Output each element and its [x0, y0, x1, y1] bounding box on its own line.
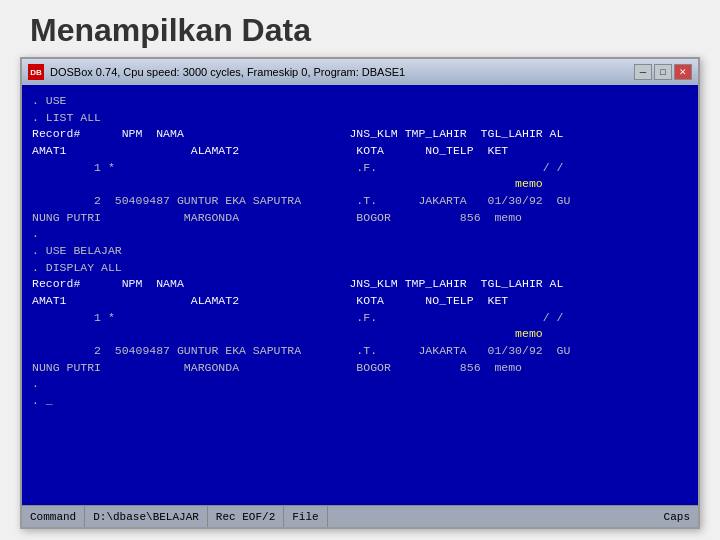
status-caps: Caps: [656, 506, 698, 527]
dos-line-2: . LIST ALL: [32, 111, 101, 124]
minimize-button[interactable]: ─: [634, 64, 652, 80]
dos-line-1: . USE: [32, 94, 67, 107]
title-bar-text: DOSBox 0.74, Cpu speed: 3000 cycles, Fra…: [50, 66, 405, 78]
dos-line-10: . USE BELAJAR: [32, 244, 122, 257]
status-command: Command: [22, 506, 85, 527]
dos-line-17: NUNG PUTRI MARGONDA BOGOR 856 memo: [32, 361, 522, 374]
dos-line-13: AMAT1 ALAMAT2 KOTA NO_TELP KET: [32, 294, 508, 307]
dos-line-4: AMAT1 ALAMAT2 KOTA NO_TELP KET: [32, 144, 508, 157]
window-wrapper: DB DOSBox 0.74, Cpu speed: 3000 cycles, …: [20, 57, 700, 529]
dos-line-8: NUNG PUTRI MARGONDA BOGOR 856 memo: [32, 211, 522, 224]
dos-line-7: 2 50409487 GUNTUR EKA SAPUTRA .T. JAKART…: [32, 194, 570, 207]
title-bar: DB DOSBox 0.74, Cpu speed: 3000 cycles, …: [22, 59, 698, 85]
dos-line-16: 2 50409487 GUNTUR EKA SAPUTRA .T. JAKART…: [32, 344, 570, 357]
dos-line-5: 1 * .F. / /: [32, 161, 563, 174]
dos-line-9: .: [32, 227, 39, 240]
dos-screen: . USE . LIST ALL Record# NPM NAMA JNS_KL…: [22, 85, 698, 505]
dos-line-19: . _: [32, 394, 53, 407]
close-button[interactable]: ✕: [674, 64, 692, 80]
dos-line-6: memo: [32, 177, 543, 190]
page-title: Menampilkan Data: [0, 0, 720, 57]
maximize-button[interactable]: □: [654, 64, 672, 80]
dos-line-3: Record# NPM NAMA JNS_KLM TMP_LAHIR TGL_L…: [32, 127, 563, 140]
status-file: File: [284, 506, 327, 527]
dosbox-icon: DB: [28, 64, 44, 80]
status-path: D:\dbase\BELAJAR: [85, 506, 208, 527]
status-rec: Rec EOF/2: [208, 506, 284, 527]
dos-line-12: Record# NPM NAMA JNS_KLM TMP_LAHIR TGL_L…: [32, 277, 563, 290]
dos-line-14: 1 * .F. / /: [32, 311, 563, 324]
status-bar: Command D:\dbase\BELAJAR Rec EOF/2 File …: [22, 505, 698, 527]
dos-line-18: .: [32, 377, 39, 390]
dos-line-15: memo: [32, 327, 543, 340]
dos-line-11: . DISPLAY ALL: [32, 261, 122, 274]
